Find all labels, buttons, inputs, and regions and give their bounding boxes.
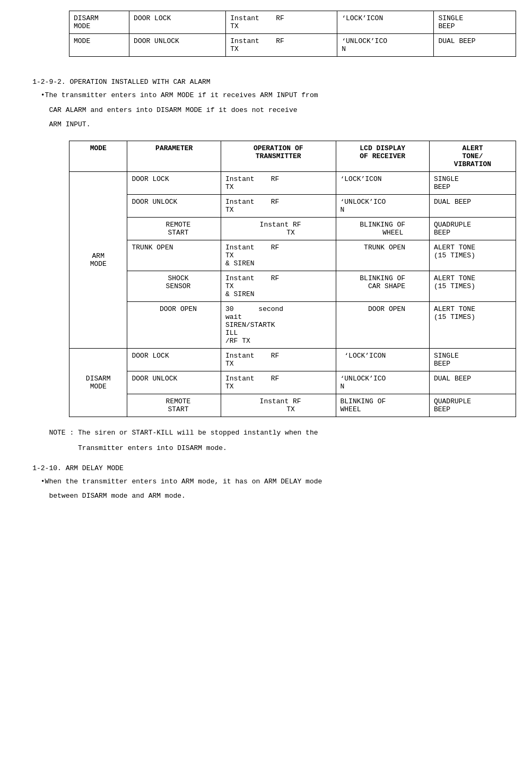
disarm-op-1: Instant RF TX: [221, 348, 336, 371]
arm-op-6: 30 second wait SIREN/STARTK ILL /RF TX: [221, 301, 336, 348]
main-table: MODE PARAMETER OPERATION OF TRANSMITTER …: [69, 141, 516, 417]
body-text-1: •The transmitter enters into ARM MODE if…: [16, 90, 516, 101]
top-row1-col2: DOOR LOCK: [129, 11, 226, 34]
arm-op-1: Instant RF TX: [221, 171, 336, 194]
note-line1: NOTE : The siren or START-KILL will be s…: [16, 428, 516, 438]
header-mode: MODE: [69, 141, 127, 171]
top-row1-col1: DISARM MODE: [69, 11, 129, 34]
table-row: ARM MODE DOOR LOCK Instant RF TX ‘LOCK’I…: [69, 171, 516, 194]
table-row: SHOCK SENSOR Instant RF TX & SIREN BLINK…: [69, 271, 516, 301]
top-row2-col4: ‘UNLOCK’ICO N: [337, 34, 434, 57]
disarm-lcd-1: ‘LOCK’ICON: [336, 348, 429, 371]
disarm-param-3: REMOTE START: [127, 394, 221, 417]
disarm-mode-cell: DISARM MODE: [69, 348, 127, 417]
arm-param-4: TRUNK OPEN: [127, 240, 221, 271]
section-title-1292: 1-2-9-2. OPERATION INSTALLED WITH CAR AL…: [16, 78, 516, 86]
arm-alert-3: QUADRUPLE BEEP: [429, 217, 516, 240]
body-text-2: CAR ALARM and enters into DISARM MODE if…: [16, 105, 516, 116]
section-title-1210: 1-2-10. ARM DELAY MODE: [16, 464, 516, 472]
disarm-lcd-2: ‘UNLOCK’ICO N: [336, 371, 429, 394]
arm-param-3: REMOTE START: [127, 217, 221, 240]
header-alert: ALERT TONE/ VIBRATION: [429, 141, 516, 171]
arm-param-2: DOOR UNLOCK: [127, 194, 221, 217]
top-row2-col2: DOOR UNLOCK: [129, 34, 226, 57]
main-table-wrapper: MODE PARAMETER OPERATION OF TRANSMITTER …: [69, 141, 516, 417]
header-lcd: LCD DISPLAY OF RECEIVER: [336, 141, 429, 171]
table-row: DOOR UNLOCK Instant RF TX ‘UNLOCK’ICO N …: [69, 194, 516, 217]
top-table-wrapper: DISARM MODE DOOR LOCK Instant RF TX ‘LOC…: [69, 11, 516, 57]
arm-lcd-4: TRUNK OPEN: [336, 240, 429, 271]
section-1210-body1: •When the transmitter enters into ARM mo…: [16, 477, 516, 487]
arm-lcd-1: ‘LOCK’ICON: [336, 171, 429, 194]
arm-alert-6: ALERT TONE (15 TIMES): [429, 301, 516, 348]
arm-lcd-2: ‘UNLOCK’ICO N: [336, 194, 429, 217]
top-row2-col5: DUAL BEEP: [434, 34, 516, 57]
arm-op-4: Instant RF TX & SIREN: [221, 240, 336, 271]
top-row1-col4: ‘LOCK’ICON: [337, 11, 434, 34]
arm-alert-1: SINGLE BEEP: [429, 171, 516, 194]
arm-alert-4: ALERT TONE (15 TIMES): [429, 240, 516, 271]
section-1-2-9-2: 1-2-9-2. OPERATION INSTALLED WITH CAR AL…: [16, 78, 516, 130]
top-table: DISARM MODE DOOR LOCK Instant RF TX ‘LOC…: [69, 11, 516, 57]
section-1-2-10: 1-2-10. ARM DELAY MODE •When the transmi…: [16, 464, 516, 501]
top-row1-col3: Instant RF TX: [226, 11, 337, 34]
arm-op-2: Instant RF TX: [221, 194, 336, 217]
arm-lcd-6: DOOR OPEN: [336, 301, 429, 348]
table-row: REMOTE START Instant RF TX BLINKING OF W…: [69, 217, 516, 240]
table-row: TRUNK OPEN Instant RF TX & SIREN TRUNK O…: [69, 240, 516, 271]
disarm-param-2: DOOR UNLOCK: [127, 371, 221, 394]
arm-param-6: DOOR OPEN: [127, 301, 221, 348]
disarm-op-3: Instant RF TX: [221, 394, 336, 417]
table-header-row: MODE PARAMETER OPERATION OF TRANSMITTER …: [69, 141, 516, 171]
note-section: NOTE : The siren or START-KILL will be s…: [16, 428, 516, 454]
arm-alert-2: DUAL BEEP: [429, 194, 516, 217]
table-row: DISARM MODE DOOR LOCK Instant RF TX ‘LOC…: [69, 348, 516, 371]
header-parameter: PARAMETER: [127, 141, 221, 171]
body-text-3: ARM INPUT.: [16, 119, 516, 130]
disarm-alert-2: DUAL BEEP: [429, 371, 516, 394]
top-row2-col1: MODE: [69, 34, 129, 57]
disarm-op-2: Instant RF TX: [221, 371, 336, 394]
table-row: MODE DOOR UNLOCK Instant RF TX ‘UNLOCK’I…: [69, 34, 516, 57]
arm-param-5: SHOCK SENSOR: [127, 271, 221, 301]
note-line2: Transmitter enters into DISARM mode.: [16, 443, 516, 454]
table-row: REMOTE START Instant RF TX BLINKING OF W…: [69, 394, 516, 417]
header-operation: OPERATION OF TRANSMITTER: [221, 141, 336, 171]
disarm-alert-3: QUADRUPLE BEEP: [429, 394, 516, 417]
arm-op-3: Instant RF TX: [221, 217, 336, 240]
page: DISARM MODE DOOR LOCK Instant RF TX ‘LOC…: [0, 0, 532, 527]
table-row: DISARM MODE DOOR LOCK Instant RF TX ‘LOC…: [69, 11, 516, 34]
arm-mode-cell: ARM MODE: [69, 171, 127, 348]
arm-alert-5: ALERT TONE (15 TIMES): [429, 271, 516, 301]
top-row2-col3: Instant RF TX: [226, 34, 337, 57]
table-row: DOOR OPEN 30 second wait SIREN/STARTK IL…: [69, 301, 516, 348]
top-row1-col5: SINGLE BEEP: [434, 11, 516, 34]
arm-lcd-3: BLINKING OF WHEEL: [336, 217, 429, 240]
section-1210-body2: between DISARM mode and ARM mode.: [16, 491, 516, 501]
disarm-alert-1: SINGLE BEEP: [429, 348, 516, 371]
arm-param-1: DOOR LOCK: [127, 171, 221, 194]
arm-op-5: Instant RF TX & SIREN: [221, 271, 336, 301]
disarm-param-1: DOOR LOCK: [127, 348, 221, 371]
table-row: DOOR UNLOCK Instant RF TX ‘UNLOCK’ICO N …: [69, 371, 516, 394]
arm-lcd-5: BLINKING OF CAR SHAPE: [336, 271, 429, 301]
disarm-lcd-3: BLINKING OF WHEEL: [336, 394, 429, 417]
